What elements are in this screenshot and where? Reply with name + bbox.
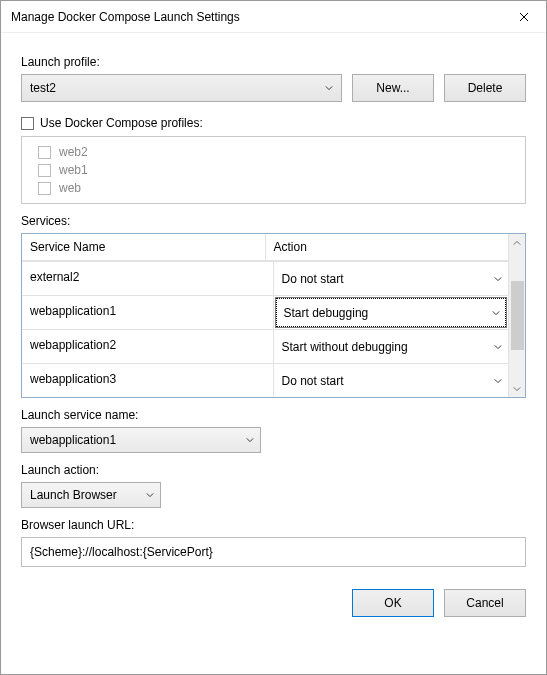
service-name-cell: webapplication3 [22,364,274,397]
browser-launch-url-label: Browser launch URL: [21,518,526,532]
launch-service-name-value: webapplication1 [30,433,116,447]
delete-button[interactable]: Delete [444,74,526,102]
new-button[interactable]: New... [352,74,434,102]
service-name-cell: external2 [22,262,274,295]
chevron-down-icon [513,385,521,393]
services-table: Service Name Action external2 Do not sta… [21,233,526,398]
chevron-down-icon [146,491,154,499]
service-action-value: Do not start [282,374,344,388]
table-row: external2 Do not start [22,261,508,295]
launch-profile-select[interactable]: test2 [21,74,342,102]
close-icon [519,12,529,22]
table-row: webapplication2 Start without debugging [22,329,508,363]
service-name-cell: webapplication2 [22,330,274,363]
chevron-down-icon [494,343,502,351]
services-header-row: Service Name Action [22,234,508,261]
service-action-select[interactable]: Do not start [274,262,509,295]
service-action-select[interactable]: Start without debugging [274,330,509,363]
service-name-cell: webapplication1 [22,296,274,329]
services-label: Services: [21,214,526,228]
launch-profile-label: Launch profile: [21,55,526,69]
chevron-down-icon [325,84,333,92]
table-row: webapplication3 Do not start [22,363,508,397]
profiles-list: web2 web1 web [21,136,526,204]
use-profiles-checkbox[interactable] [21,117,34,130]
browser-launch-url-input[interactable]: {Scheme}://localhost:{ServicePort} [21,537,526,567]
profile-checkbox[interactable] [38,182,51,195]
cancel-button[interactable]: Cancel [444,589,526,617]
profile-name: web [59,181,81,195]
browser-launch-url-value: {Scheme}://localhost:{ServicePort} [30,545,213,559]
chevron-down-icon [246,436,254,444]
close-button[interactable] [501,2,546,32]
launch-action-label: Launch action: [21,463,526,477]
launch-service-name-label: Launch service name: [21,408,526,422]
list-item: web1 [30,161,517,179]
list-item: web2 [30,143,517,161]
service-action-value: Do not start [282,272,344,286]
list-item: web [30,179,517,197]
service-action-select[interactable]: Do not start [274,364,509,397]
scroll-up-button[interactable] [509,234,526,251]
launch-service-name-select[interactable]: webapplication1 [21,427,261,453]
profile-name: web2 [59,145,88,159]
launch-action-select[interactable]: Launch Browser [21,482,161,508]
use-profiles-label: Use Docker Compose profiles: [40,116,203,130]
col-header-action[interactable]: Action [266,234,509,261]
service-action-value: Start without debugging [282,340,408,354]
scroll-down-button[interactable] [509,380,526,397]
launch-profile-value: test2 [30,81,56,95]
scroll-thumb[interactable] [509,251,526,380]
chevron-down-icon [494,275,502,283]
launch-action-value: Launch Browser [30,488,117,502]
chevron-down-icon [494,377,502,385]
profile-name: web1 [59,163,88,177]
service-action-value: Start debugging [284,306,369,320]
chevron-up-icon [513,239,521,247]
profile-checkbox[interactable] [38,146,51,159]
ok-button[interactable]: OK [352,589,434,617]
dialog-title: Manage Docker Compose Launch Settings [11,10,240,24]
service-action-select[interactable]: Start debugging [275,297,508,328]
titlebar: Manage Docker Compose Launch Settings [1,1,546,33]
col-header-service-name[interactable]: Service Name [22,234,266,261]
services-scrollbar[interactable] [508,234,525,397]
profile-checkbox[interactable] [38,164,51,177]
table-row: webapplication1 Start debugging [22,295,508,329]
chevron-down-icon [492,309,500,317]
